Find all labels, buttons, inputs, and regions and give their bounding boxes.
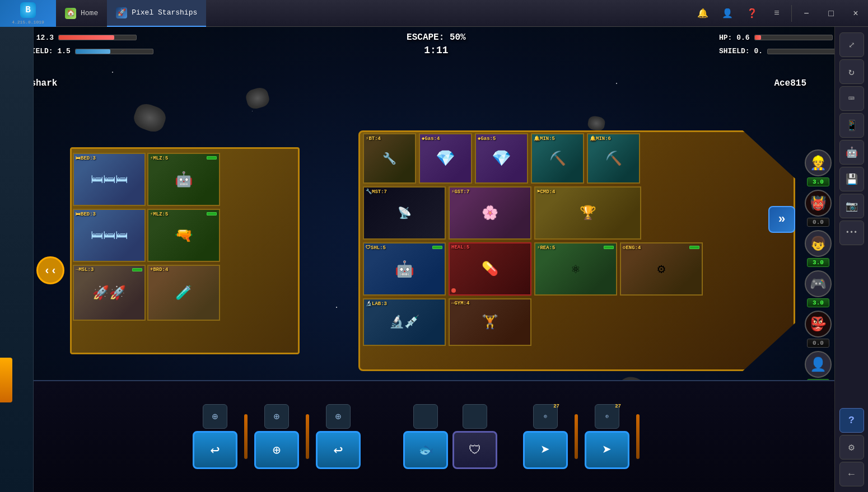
room-shl5-content: 🤖 bbox=[364, 243, 445, 294]
separator bbox=[791, 5, 792, 22]
back-sidebar-btn[interactable]: ← bbox=[839, 462, 864, 486]
room-min5[interactable]: 🔔MIN:5 ⛏️ bbox=[531, 133, 584, 184]
menu-icon[interactable]: ≡ bbox=[764, 0, 789, 27]
game-tab[interactable]: 🚀 Pixel Starships bbox=[107, 0, 206, 27]
left-sidebar bbox=[0, 27, 34, 492]
player-entry-4[interactable]: 🎮 3.0 bbox=[805, 270, 832, 307]
more-sidebar-btn[interactable]: ••• bbox=[839, 221, 864, 245]
room-mst7-content: 📡 bbox=[364, 188, 445, 238]
battle-timer: 1:11 bbox=[424, 45, 448, 56]
player-score-4: 3.0 bbox=[807, 298, 829, 307]
heal5-health-pip bbox=[451, 288, 456, 293]
star bbox=[616, 83, 617, 84]
settings-sidebar-btn[interactable]: ⚙ bbox=[839, 435, 864, 460]
room-gst7-content: 🌸 bbox=[450, 188, 530, 238]
btn-separator-1 bbox=[244, 414, 248, 459]
close-button[interactable]: × bbox=[843, 0, 868, 27]
bluestacks-logo: B 4.215.0.1019 bbox=[0, 0, 56, 27]
player-entry-5[interactable]: 👺 0.0 bbox=[805, 311, 832, 348]
action-group-2: ⊕ ⊕ bbox=[254, 404, 299, 469]
room-min6[interactable]: 🔔MIN:6 ⛏️ bbox=[587, 133, 640, 184]
room-bt4[interactable]: ⚡BT:4 🔧 bbox=[363, 133, 416, 184]
room-heal5-content: 💊 bbox=[450, 243, 530, 294]
expand-sidebar-btn[interactable]: ⤢ bbox=[839, 32, 864, 57]
action-button-4[interactable]: 🐟 bbox=[403, 431, 448, 469]
right-sidebar: ⤢ ↻ ⌨ 📱 🤖 💾 📷 ••• ? ⚙ ← bbox=[834, 27, 868, 492]
game-area: ♥ HP: 12.3 🛡 SHIELD: 1.5 ESCAPE: 50% 1:1… bbox=[0, 27, 868, 492]
room-min6-content: ⛏️ bbox=[588, 134, 639, 182]
help-icon[interactable]: ❓ bbox=[740, 0, 764, 27]
room-mst7[interactable]: 🔧MST:7 📡 bbox=[363, 186, 446, 240]
player-ship[interactable]: 🛏BED:3 🛏🛏🛏 ⚡MLZ:5 🤖 🛏BED:3 🛏🛏🛏 ⚡MLZ:5 🔫 … bbox=[36, 147, 300, 360]
action-group-6: ⊕ 27 ➤ bbox=[523, 404, 568, 469]
room-gas5[interactable]: ◆Gas:5 💎 bbox=[475, 133, 528, 184]
asteroid bbox=[131, 101, 169, 135]
player-entry-2[interactable]: 👹 0.0 bbox=[805, 190, 832, 227]
crosshair-top-icon-1: ⊕ bbox=[203, 404, 227, 429]
room-mlz5-1[interactable]: ⚡MLZ:5 🤖 bbox=[147, 153, 220, 206]
room-cmd4[interactable]: ⚑CMD:4 🏆 bbox=[534, 186, 641, 240]
player-list: » 👷 3.0 👹 0.0 👦 3.0 🎮 3.0 👺 0.0 👤 2.0 bbox=[805, 114, 832, 388]
action-button-6[interactable]: ➤ bbox=[523, 431, 568, 469]
action-button-3[interactable]: ↩ bbox=[316, 431, 361, 469]
room-msl3[interactable]: →MSL:3 🚀🚀 bbox=[73, 265, 146, 321]
action-group-1: ⊕ ↩ bbox=[193, 404, 237, 469]
room-gym4-content: 🏋️ bbox=[450, 299, 530, 345]
room-rea5-content: ⚛️ bbox=[535, 243, 616, 294]
enemy-hp-label: HP: 0.6 bbox=[719, 34, 750, 42]
player-score-5: 0.0 bbox=[807, 339, 829, 348]
shl5-green-bar bbox=[432, 246, 442, 249]
keyboard-sidebar-btn[interactable]: ⌨ bbox=[839, 86, 864, 111]
home-tab-icon: 🏠 bbox=[65, 8, 76, 19]
player-avatar-4: 🎮 bbox=[805, 270, 832, 297]
room-brd4-content: 🧪 bbox=[148, 266, 219, 320]
btn-separator-3 bbox=[575, 414, 578, 459]
notification-icon[interactable]: 🔔 bbox=[690, 0, 715, 27]
room-eng4[interactable]: ⚙ENG:4 ⚙️ bbox=[620, 242, 703, 296]
robot-sidebar-btn[interactable]: 🤖 bbox=[839, 140, 864, 165]
minimize-button[interactable]: − bbox=[794, 0, 819, 27]
player-score-1: 3.0 bbox=[807, 177, 829, 186]
room-min5-content: ⛏️ bbox=[532, 134, 583, 182]
scroll-left-button[interactable]: ‹‹ bbox=[36, 256, 64, 284]
help-sidebar-btn[interactable]: ? bbox=[839, 408, 864, 433]
room-rea5[interactable]: ⚡REA:5 ⚛️ bbox=[534, 242, 617, 296]
room-mlz5-2[interactable]: ⚡MLZ:5 🔫 bbox=[147, 209, 220, 262]
room-lab3-content: 🔬💉 bbox=[364, 299, 445, 345]
save-sidebar-btn[interactable]: 💾 bbox=[839, 167, 864, 191]
room-gas5-content: 💎 bbox=[476, 134, 527, 182]
action-button-7[interactable]: ➤ bbox=[585, 431, 629, 469]
crosshair-top-icon-2: ⊕ bbox=[264, 404, 289, 429]
rotate-sidebar-btn[interactable]: ↻ bbox=[839, 59, 864, 84]
home-tab[interactable]: 🏠 Home bbox=[56, 0, 107, 27]
bluestacks-icon: B bbox=[20, 2, 36, 18]
player-entry-1[interactable]: 👷 3.0 bbox=[805, 149, 832, 186]
fast-forward-button[interactable]: » bbox=[768, 206, 795, 233]
camera-sidebar-btn[interactable]: 📷 bbox=[839, 194, 864, 218]
room-gym4[interactable]: ↔GYM:4 🏋️ bbox=[449, 298, 531, 346]
room-gst7[interactable]: ⚡GST:7 🌸 bbox=[449, 186, 531, 240]
device-sidebar-btn[interactable]: 📱 bbox=[839, 113, 864, 138]
game-tab-label: Pixel Starships bbox=[132, 8, 197, 17]
action-button-5[interactable]: 🛡 bbox=[452, 431, 497, 469]
account-icon[interactable]: 👤 bbox=[715, 0, 740, 27]
room-lab3[interactable]: 🔬LAB:3 🔬💉 bbox=[363, 298, 446, 346]
room-bed3-1[interactable]: 🛏BED:3 🛏🛏🛏 bbox=[73, 153, 146, 206]
room-gas4[interactable]: ◆Gas:4 💎 bbox=[419, 133, 472, 184]
enemy-shield-bar-container bbox=[767, 49, 846, 54]
room-heal5[interactable]: HEAL:5 💊 bbox=[449, 242, 531, 296]
room-brd4[interactable]: +BRD:4 🧪 bbox=[147, 265, 220, 321]
room-bed3-1-content: 🛏🛏🛏 bbox=[74, 154, 144, 205]
player-score-3: 3.0 bbox=[807, 258, 829, 267]
room-bed3-2[interactable]: 🛏BED:3 🛏🛏🛏 bbox=[73, 209, 146, 262]
action-group-5: 🛡 bbox=[452, 404, 497, 469]
maximize-button[interactable]: □ bbox=[819, 0, 843, 27]
action-button-2[interactable]: ⊕ bbox=[254, 431, 299, 469]
action-button-1[interactable]: ↩ bbox=[193, 431, 237, 469]
player-entry-3[interactable]: 👦 3.0 bbox=[805, 230, 832, 267]
room-shl5[interactable]: 🛡SHL:5 🤖 bbox=[363, 242, 446, 296]
bottom-hud: ⊕ ↩ ⊕ ⊕ ⊕ ↩ 🐟 🛡 bbox=[0, 380, 834, 492]
orange-indicator bbox=[0, 358, 12, 402]
star bbox=[252, 111, 253, 111]
room-eng4-content: ⚙️ bbox=[621, 243, 702, 294]
